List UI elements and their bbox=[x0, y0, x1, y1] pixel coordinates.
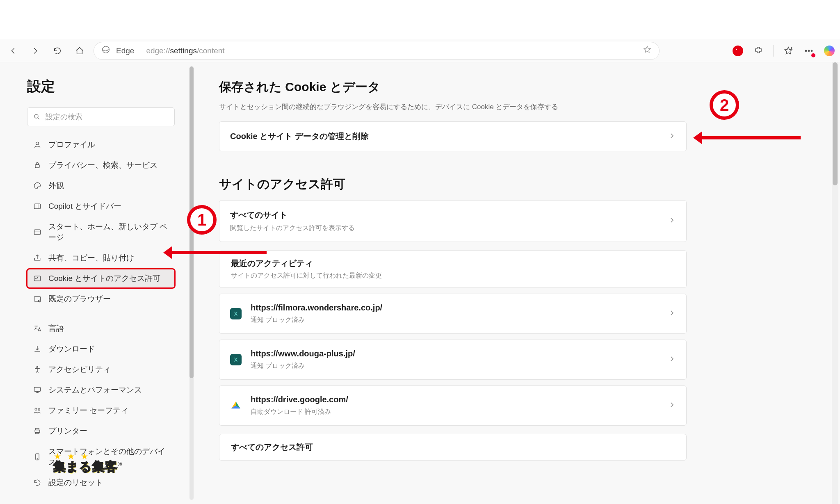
site-favicon-icon bbox=[230, 354, 242, 365]
printer-icon bbox=[33, 426, 42, 436]
sidebar-item-label: 設定のリセット bbox=[48, 477, 103, 488]
svg-rect-7 bbox=[34, 204, 41, 209]
chevron-right-icon bbox=[668, 217, 676, 226]
chevron-right-icon bbox=[668, 355, 676, 364]
favorite-star-icon[interactable] bbox=[643, 45, 652, 56]
settings-main: 保存された Cookie とデータ サイトとセッション間の継続的なブラウジングを… bbox=[194, 62, 840, 504]
settings-search-input[interactable]: 設定の検索 bbox=[27, 107, 175, 126]
svg-point-3 bbox=[811, 50, 812, 51]
watermark-logo: ★ ★ ★ 集まる集客® bbox=[53, 454, 122, 475]
sidebar-item-downloads[interactable]: ダウンロード bbox=[27, 340, 175, 358]
sidebar-item-label: ダウンロード bbox=[48, 344, 95, 354]
settings-sidebar: 設定 設定の検索 プロファイル プライバシー、検索、サービス 外観 Copilo… bbox=[0, 62, 189, 504]
site-favicon-icon bbox=[230, 308, 242, 319]
manage-cookies-row[interactable]: Cookie とサイト データの管理と削除 bbox=[219, 121, 687, 151]
sidebar-item-share[interactable]: 共有、コピー、貼り付け bbox=[27, 249, 175, 267]
family-icon bbox=[33, 406, 42, 415]
sidebar-item-family[interactable]: ファミリー セーフティ bbox=[27, 401, 175, 420]
page-scrollbar[interactable] bbox=[832, 62, 838, 504]
reset-icon bbox=[33, 478, 42, 487]
sidebar-item-printer[interactable]: プリンター bbox=[27, 422, 175, 440]
sidebar-item-copilot[interactable]: Copilot とサイドバー bbox=[27, 197, 175, 216]
search-placeholder: 設定の検索 bbox=[46, 112, 82, 122]
svg-point-4 bbox=[34, 114, 38, 118]
sidebar-item-label: 既定のブラウザー bbox=[48, 294, 111, 304]
svg-point-11 bbox=[37, 278, 38, 278]
sidebar-item-start[interactable]: スタート、ホーム、新しいタブ ページ bbox=[27, 217, 175, 247]
recent-site-row[interactable]: https://drive.google.com/ 自動ダウンロード 許可済み bbox=[219, 385, 687, 426]
sidebar-item-profile[interactable]: プロファイル bbox=[27, 135, 175, 154]
svg-point-1 bbox=[805, 50, 806, 51]
svg-point-20 bbox=[37, 458, 38, 459]
svg-point-5 bbox=[36, 142, 39, 145]
sidebar-item-default-browser[interactable]: 既定のブラウザー bbox=[27, 290, 175, 308]
chevron-right-icon bbox=[668, 401, 676, 410]
search-icon bbox=[33, 113, 41, 121]
all-sites-desc: 閲覧したサイトのアクセス許可を表示する bbox=[230, 224, 355, 233]
svg-rect-12 bbox=[34, 296, 41, 301]
recent-site-row[interactable]: https://filmora.wondershare.co.jp/ 通知 ブロ… bbox=[219, 294, 687, 334]
svg-point-14 bbox=[37, 367, 38, 368]
extensions-icon[interactable] bbox=[753, 45, 764, 57]
profile-icon bbox=[33, 140, 42, 149]
sidebar-scrollbar[interactable] bbox=[189, 62, 194, 504]
annotation-badge-1: 1 bbox=[187, 205, 217, 235]
svg-rect-15 bbox=[34, 387, 41, 391]
share-icon bbox=[33, 253, 42, 262]
site-status: 通知 ブロック済み bbox=[251, 316, 382, 324]
settings-page: 設定 設定の検索 プロファイル プライバシー、検索、サービス 外観 Copilo… bbox=[0, 62, 840, 504]
forward-button[interactable] bbox=[27, 43, 43, 59]
sidebar-item-appearance[interactable]: 外観 bbox=[27, 176, 175, 195]
toolbar-right bbox=[732, 45, 835, 57]
sidebar-item-label: プリンター bbox=[48, 426, 87, 436]
sidebar-item-label: プロファイル bbox=[48, 139, 95, 150]
reload-button[interactable] bbox=[49, 43, 66, 59]
lock-icon bbox=[33, 161, 42, 170]
home-button[interactable] bbox=[71, 43, 88, 59]
sidebar-item-cookies[interactable]: Cookie とサイトのアクセス許可 bbox=[27, 269, 175, 288]
svg-point-10 bbox=[36, 278, 37, 279]
permissions-section-title: サイトのアクセス許可 bbox=[219, 176, 819, 193]
recent-activity-header: 最近のアクティビティ サイトのアクセス許可に対して行われた最新の変更 bbox=[219, 250, 687, 288]
sidebar-item-accessibility[interactable]: アクセシビリティ bbox=[27, 360, 175, 379]
favorites-icon[interactable] bbox=[783, 45, 794, 57]
addr-divider bbox=[140, 46, 140, 56]
gdrive-favicon-icon bbox=[230, 400, 242, 411]
svg-rect-9 bbox=[34, 276, 41, 281]
sidebar-item-label: プライバシー、検索、サービス bbox=[48, 160, 158, 171]
sidebar-item-label: 共有、コピー、貼り付け bbox=[48, 253, 134, 263]
all-sites-row[interactable]: すべてのサイト 閲覧したサイトのアクセス許可を表示する bbox=[219, 200, 687, 242]
sidebar-item-label: ファミリー セーフティ bbox=[48, 405, 128, 416]
sidebar-item-label: システムとパフォーマンス bbox=[48, 385, 142, 395]
back-button[interactable] bbox=[5, 43, 21, 59]
download-icon bbox=[33, 344, 42, 353]
sidebar-item-label: 外観 bbox=[48, 180, 64, 191]
sidebar-item-label: Copilot とサイドバー bbox=[48, 201, 121, 212]
site-status: 通知 ブロック済み bbox=[251, 362, 355, 370]
site-url: https://filmora.wondershare.co.jp/ bbox=[251, 303, 382, 312]
language-icon bbox=[33, 324, 42, 333]
toolbar-separator bbox=[773, 45, 774, 57]
more-menu-icon[interactable] bbox=[803, 45, 815, 57]
annotation-badge-2: 2 bbox=[710, 90, 739, 120]
recent-site-row[interactable]: https://www.douga-plus.jp/ 通知 ブロック済み bbox=[219, 340, 687, 380]
site-url: https://www.douga-plus.jp/ bbox=[251, 349, 355, 358]
extension-trend-icon[interactable] bbox=[732, 45, 744, 57]
all-sites-label: すべてのサイト bbox=[230, 210, 355, 221]
url-text: edge://settings/content bbox=[146, 46, 224, 55]
chevron-right-icon bbox=[668, 309, 676, 318]
sidebar-item-label: Cookie とサイトのアクセス許可 bbox=[48, 273, 160, 284]
settings-heading: 設定 bbox=[27, 77, 178, 96]
annotation-arrow-2 bbox=[702, 136, 801, 139]
sidebar-item-system[interactable]: システムとパフォーマンス bbox=[27, 381, 175, 399]
svg-point-2 bbox=[808, 50, 809, 51]
copilot-icon[interactable] bbox=[824, 45, 835, 57]
sidebar-item-language[interactable]: 言語 bbox=[27, 319, 175, 338]
sidebar-item-privacy[interactable]: プライバシー、検索、サービス bbox=[27, 156, 175, 175]
manage-cookies-label: Cookie とサイト データの管理と削除 bbox=[230, 131, 369, 142]
sidebar-item-label: アクセシビリティ bbox=[48, 364, 111, 375]
sidebar-item-reset[interactable]: 設定のリセット bbox=[27, 473, 175, 492]
cookie-icon bbox=[33, 274, 42, 283]
sidebar-icon bbox=[33, 202, 42, 211]
address-bar[interactable]: Edge edge://settings/content bbox=[94, 42, 660, 60]
